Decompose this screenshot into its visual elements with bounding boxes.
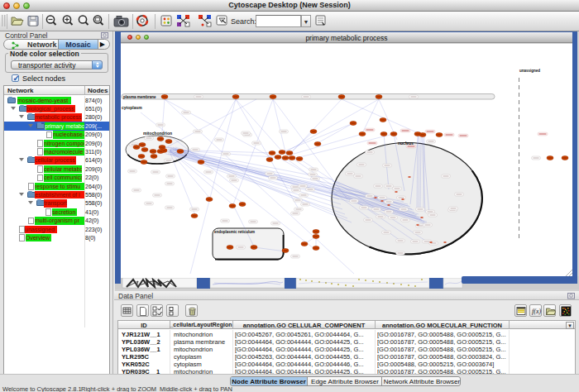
svg-text:f(x): f(x) — [532, 308, 541, 315]
svg-text:plasma membrane: plasma membrane — [123, 95, 156, 99]
svg-text:cytoplasm: cytoplasm — [122, 105, 142, 110]
svg-text:nucleus: nucleus — [398, 141, 414, 146]
svg-text:endoplasmic reticulum: endoplasmic reticulum — [214, 230, 255, 234]
svg-text:unassigned: unassigned — [519, 69, 540, 73]
svg-text:mitochondrion: mitochondrion — [143, 131, 172, 136]
